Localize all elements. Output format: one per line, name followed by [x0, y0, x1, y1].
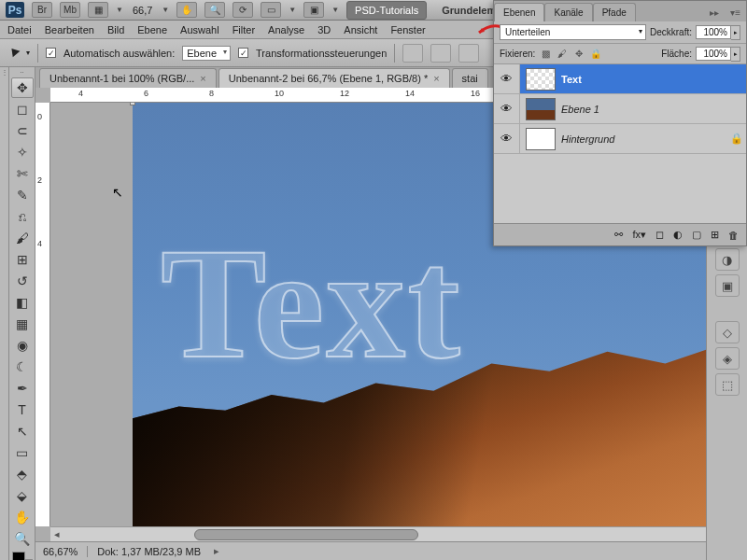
close-icon[interactable]: ×: [433, 73, 439, 84]
tab-ebenen[interactable]: Ebenen: [494, 3, 544, 21]
zoom-button[interactable]: 🔍: [204, 2, 225, 18]
view-extras-button[interactable]: ▦: [88, 2, 108, 18]
type-tool[interactable]: T: [11, 399, 34, 420]
foreground-background-colors[interactable]: [12, 552, 33, 560]
tab-pfade[interactable]: Pfade: [593, 3, 636, 21]
healing-tool[interactable]: ⎌: [11, 206, 34, 227]
layer-name[interactable]: Ebene 1: [561, 104, 746, 115]
menu-ebene[interactable]: Ebene: [137, 24, 167, 35]
hand-tool[interactable]: ✋: [11, 507, 34, 527]
bridge-button[interactable]: Br: [32, 2, 52, 18]
panel-menu-icon[interactable]: ▾≡: [725, 4, 746, 21]
adjustment-layer-icon[interactable]: ◐: [673, 229, 683, 241]
lasso-tool[interactable]: ⊂: [11, 120, 34, 141]
hand-button[interactable]: ✋: [176, 2, 197, 18]
eyedropper-tool[interactable]: ✎: [11, 185, 34, 205]
rotate-button[interactable]: ⟳: [233, 2, 253, 18]
status-doc-size[interactable]: Dok: 1,37 MB/23,9 MB: [97, 546, 201, 557]
status-zoom[interactable]: 66,67%: [43, 546, 88, 557]
fill-flyout-icon[interactable]: ▸: [731, 47, 740, 62]
transform-handle[interactable]: [130, 103, 135, 105]
zoom-tool[interactable]: 🔍: [11, 528, 34, 549]
visibility-icon[interactable]: 👁: [494, 124, 520, 153]
document-tab-1[interactable]: Unbenannt-1 bei 100% (RGB/...×: [39, 68, 217, 88]
masks-panel-icon[interactable]: ▣: [715, 274, 740, 297]
marquee-tool[interactable]: ◻: [11, 99, 34, 119]
menu-auswahl[interactable]: Auswahl: [180, 24, 219, 35]
visibility-icon[interactable]: 👁: [494, 64, 520, 93]
tab-kanale[interactable]: Kanäle: [544, 3, 592, 21]
crop-tool[interactable]: ✄: [11, 163, 34, 184]
lock-image-icon[interactable]: 🖌: [556, 48, 569, 61]
stamp-tool[interactable]: ⊞: [11, 249, 34, 270]
layer-thumbnail[interactable]: [526, 128, 556, 150]
align-group-2[interactable]: [430, 44, 451, 63]
opacity-input[interactable]: 100%: [696, 25, 731, 39]
layer-item-text[interactable]: 👁 Text: [494, 64, 746, 94]
tool-preset-chevron-icon[interactable]: ▾: [26, 49, 30, 57]
blend-mode-dropdown[interactable]: Unterteilen: [500, 24, 646, 40]
layer-mask-icon[interactable]: ◻: [655, 229, 664, 241]
link-layers-icon[interactable]: ⚯: [614, 229, 623, 241]
paths-panel-icon[interactable]: ⬚: [715, 373, 740, 396]
document-tab-3[interactable]: stai: [452, 68, 488, 88]
fill-input[interactable]: 100%: [696, 47, 731, 61]
pen-tool[interactable]: ✒: [11, 378, 34, 399]
zoom-display[interactable]: 66,7: [131, 5, 154, 16]
layer-group-icon[interactable]: ▢: [692, 229, 701, 241]
eraser-tool[interactable]: ◧: [11, 292, 34, 313]
visibility-icon[interactable]: 👁: [494, 94, 520, 123]
palette-grip-icon[interactable]: ··: [9, 67, 35, 77]
scrollbar-horizontal[interactable]: ◂: [50, 526, 706, 541]
ruler-vertical[interactable]: 0 2 4: [35, 103, 50, 526]
menu-analyse[interactable]: Analyse: [268, 24, 304, 35]
channels-panel-icon[interactable]: ◈: [715, 347, 740, 370]
menu-bearbeiten[interactable]: Bearbeiten: [45, 24, 94, 35]
menu-filter[interactable]: Filter: [233, 24, 255, 35]
layer-name[interactable]: Hintergrund: [561, 133, 727, 145]
adjustments-panel-icon[interactable]: ◑: [715, 248, 740, 271]
layer-thumbnail[interactable]: [526, 98, 556, 120]
delete-layer-icon[interactable]: 🗑: [728, 230, 739, 241]
move-tool[interactable]: ✥: [11, 77, 34, 98]
lock-position-icon[interactable]: ✥: [572, 48, 585, 61]
blur-tool[interactable]: ◉: [11, 335, 34, 356]
3d-tool[interactable]: ⬘: [11, 464, 34, 484]
path-tool[interactable]: ↖: [11, 421, 34, 441]
align-group-3[interactable]: [458, 44, 479, 63]
layer-fx-icon[interactable]: fx▾: [632, 229, 646, 241]
minibridge-button[interactable]: Mb: [60, 2, 80, 18]
layer-thumbnail[interactable]: [526, 68, 556, 91]
layers-panel-icon[interactable]: ◇: [715, 321, 740, 343]
collapse-icon[interactable]: ▸▸: [704, 4, 725, 21]
close-icon[interactable]: ×: [200, 73, 205, 84]
menu-ansicht[interactable]: Ansicht: [344, 24, 377, 35]
shape-tool[interactable]: ▭: [11, 442, 34, 463]
document-tab-2[interactable]: Unbenannt-2 bei 66,7% (Ebene 1, RGB/8) *…: [218, 68, 450, 88]
workspace-psdtutorials[interactable]: PSD-Tutorials: [346, 1, 427, 20]
palette-grip-icon[interactable]: ⋮: [0, 67, 8, 77]
layer-item-hintergrund[interactable]: 👁 Hintergrund 🔒: [494, 124, 746, 154]
wand-tool[interactable]: ✧: [11, 142, 34, 162]
brush-tool[interactable]: 🖌: [11, 228, 34, 248]
auto-select-dropdown[interactable]: Ebene: [182, 46, 231, 61]
3d-camera-tool[interactable]: ⬙: [11, 485, 34, 506]
new-layer-icon[interactable]: ⊞: [711, 229, 719, 241]
screen-mode-button[interactable]: ▣: [303, 2, 324, 18]
lock-all-icon[interactable]: 🔒: [589, 48, 602, 61]
layer-item-ebene1[interactable]: 👁 Ebene 1: [494, 94, 746, 124]
arrange-button[interactable]: ▭: [261, 2, 281, 18]
transform-controls-checkbox[interactable]: ✓: [238, 48, 248, 58]
opacity-flyout-icon[interactable]: ▸: [731, 25, 740, 40]
align-group-1[interactable]: [402, 44, 423, 63]
menu-datei[interactable]: Datei: [7, 24, 32, 35]
lock-transparent-icon[interactable]: ▩: [539, 48, 552, 61]
history-brush-tool[interactable]: ↺: [11, 271, 34, 291]
menu-3d[interactable]: 3D: [317, 24, 331, 35]
auto-select-checkbox[interactable]: ✓: [46, 48, 56, 58]
status-menu-icon[interactable]: ▸: [214, 545, 219, 557]
dodge-tool[interactable]: ☾: [11, 357, 34, 377]
layer-name[interactable]: Text: [561, 74, 746, 85]
menu-bild[interactable]: Bild: [107, 24, 124, 35]
gradient-tool[interactable]: ▦: [11, 314, 34, 334]
